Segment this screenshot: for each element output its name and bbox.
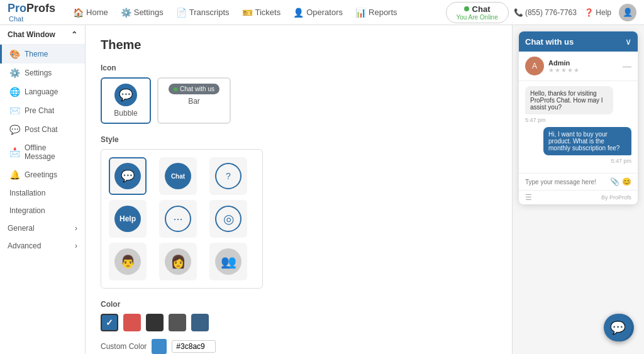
nav-right: 📞 (855) 776-7763 ❓ Help 👤 bbox=[514, 4, 636, 21]
icon-option-bubble[interactable]: 💬 Bubble bbox=[101, 77, 151, 124]
sidebar-item-installation[interactable]: Installation bbox=[0, 184, 85, 202]
chat-close-icon[interactable]: — bbox=[623, 61, 631, 71]
attachment-icon[interactable]: 📎 bbox=[610, 177, 619, 186]
color-swatch-blue[interactable]: ✓ bbox=[101, 314, 118, 331]
custom-color-label: Custom Color bbox=[101, 342, 147, 351]
style-target: ◎ bbox=[215, 206, 242, 232]
custom-color-row: Custom Color bbox=[101, 339, 497, 354]
custom-color-input[interactable] bbox=[172, 340, 216, 353]
chat-minimize-icon[interactable]: ∨ bbox=[625, 36, 631, 47]
menu-icon[interactable]: ☰ bbox=[525, 193, 532, 202]
chat-messages: Hello, thanks for visiting ProProfs Chat… bbox=[519, 81, 638, 173]
chevron-icon: ⌃ bbox=[71, 30, 77, 39]
color-section-label: Color bbox=[101, 300, 497, 309]
sidebar-item-settings[interactable]: ⚙️ Settings bbox=[0, 64, 85, 82]
language-icon: 🌐 bbox=[9, 87, 20, 97]
sidebar-item-greetings[interactable]: 🔔 Greetings bbox=[0, 165, 85, 184]
style-option-2[interactable]: Chat bbox=[159, 157, 197, 195]
nav-home[interactable]: 🏠 Home bbox=[68, 5, 113, 20]
color-swatch-gray[interactable] bbox=[169, 314, 186, 331]
chat-preview-panel: Chat with us ∨ A Admin ★★★★★ — Hello, th… bbox=[512, 25, 644, 354]
style-section-label: Style bbox=[101, 135, 497, 144]
style-option-1[interactable]: 💬 bbox=[109, 157, 147, 195]
icon-option-bar[interactable]: Chat with us Bar bbox=[157, 77, 231, 124]
style-option-4[interactable]: Help bbox=[109, 200, 147, 238]
style-question: ? bbox=[215, 163, 242, 189]
style-option-7[interactable]: 👨 bbox=[109, 243, 147, 280]
style-option-8[interactable]: 👩 bbox=[159, 243, 197, 280]
style-chat-text: Chat bbox=[165, 163, 191, 189]
emoji-icon[interactable]: 😊 bbox=[622, 177, 631, 186]
chat-status-sub: You Are Online bbox=[456, 14, 497, 21]
main-content: Theme Icon 💬 Bubble Chat with us Bar Sty… bbox=[86, 25, 512, 354]
sidebar-item-general[interactable]: General › bbox=[0, 219, 85, 237]
outgoing-message-1: Hi, I want to buy your product. What is … bbox=[543, 127, 631, 155]
sidebar-item-advanced[interactable]: Advanced › bbox=[0, 237, 85, 255]
style-circle-chat: 💬 bbox=[114, 163, 141, 189]
chat-message-input[interactable] bbox=[525, 179, 610, 185]
top-navigation: Pro Profs Chat 🏠 Home ⚙️ Settings 📄 Tran… bbox=[0, 0, 644, 25]
advanced-arrow-icon: › bbox=[75, 241, 77, 250]
style-option-5[interactable]: ··· bbox=[159, 200, 197, 238]
bar-icon: Chat with us bbox=[169, 84, 219, 94]
incoming-message-1: Hello, thanks for visiting ProProfs Chat… bbox=[525, 86, 613, 114]
admin-name: Admin bbox=[548, 59, 618, 67]
nav-tickets[interactable]: 🎫 Tickets bbox=[237, 5, 286, 20]
offline-message-icon: 📩 bbox=[9, 147, 20, 157]
sidebar: Chat Window ⌃ 🎨 Theme ⚙️ Settings 🌐 Lang… bbox=[0, 25, 86, 354]
style-avatar-man: 👨 bbox=[114, 248, 141, 275]
color-swatch-dark[interactable] bbox=[146, 314, 164, 331]
footer-brand: By ProProfs bbox=[601, 194, 631, 201]
settings-icon: ⚙️ bbox=[121, 8, 131, 18]
admin-info: Admin ★★★★★ bbox=[548, 59, 618, 74]
bubble-icon: 💬 bbox=[114, 84, 137, 106]
style-dots: ··· bbox=[165, 206, 191, 232]
nav-reports[interactable]: 📊 Reports bbox=[350, 5, 402, 20]
custom-color-swatch[interactable] bbox=[152, 339, 167, 354]
chat-status-button[interactable]: Chat You Are Online bbox=[446, 2, 509, 23]
icon-section-label: Icon bbox=[101, 64, 497, 72]
post-chat-icon: 💬 bbox=[9, 124, 20, 135]
sidebar-item-post-chat[interactable]: 💬 Post Chat bbox=[0, 120, 85, 139]
nav-settings[interactable]: ⚙️ Settings bbox=[116, 5, 169, 20]
logo-pro: Pro bbox=[8, 2, 26, 15]
logo: Pro Profs Chat bbox=[8, 2, 55, 23]
help-button[interactable]: ❓ Help bbox=[584, 8, 611, 17]
admin-stars: ★★★★★ bbox=[548, 67, 618, 74]
bar-dot bbox=[174, 87, 177, 91]
sidebar-section-title[interactable]: Chat Window ⌃ bbox=[0, 25, 85, 45]
sidebar-item-offline-message[interactable]: 📩 Offline Message bbox=[0, 139, 85, 165]
greetings-icon: 🔔 bbox=[9, 170, 20, 180]
chat-admin-row: A Admin ★★★★★ — bbox=[519, 52, 638, 81]
message-time-1: 5:47 pm bbox=[525, 117, 631, 123]
reports-icon: 📊 bbox=[355, 8, 366, 18]
chat-input-row: 📎 😊 bbox=[519, 173, 638, 190]
operators-icon: 👤 bbox=[293, 8, 304, 18]
sidebar-item-integration[interactable]: Integration bbox=[0, 202, 85, 219]
style-option-6[interactable]: ◎ bbox=[209, 200, 247, 238]
settings-sidebar-icon: ⚙️ bbox=[9, 68, 20, 78]
sidebar-item-pre-chat[interactable]: ✉️ Pre Chat bbox=[0, 101, 85, 120]
chat-window-header: Chat with us ∨ bbox=[519, 31, 638, 52]
nav-links: 🏠 Home ⚙️ Settings 📄 Transcripts 🎫 Ticke… bbox=[68, 5, 441, 20]
style-option-3[interactable]: ? bbox=[209, 157, 247, 195]
color-swatch-red[interactable] bbox=[123, 314, 141, 331]
chat-header-text: Chat with us bbox=[525, 37, 574, 47]
phone-number: 📞 (855) 776-7763 bbox=[514, 8, 577, 17]
sidebar-item-language[interactable]: 🌐 Language bbox=[0, 82, 85, 101]
color-swatches: ✓ bbox=[101, 314, 497, 331]
sidebar-item-theme[interactable]: 🎨 Theme bbox=[0, 45, 85, 64]
logo-chat-label: Chat bbox=[9, 15, 23, 23]
floating-chat-button[interactable]: 💬 bbox=[604, 314, 631, 341]
page-title: Theme bbox=[101, 38, 497, 52]
style-avatar-woman: 👩 bbox=[165, 248, 191, 275]
icon-selector: 💬 Bubble Chat with us Bar bbox=[101, 77, 497, 124]
chat-window-preview: Chat with us ∨ A Admin ★★★★★ — Hello, th… bbox=[519, 31, 638, 204]
user-avatar[interactable]: 👤 bbox=[619, 4, 636, 21]
nav-operators[interactable]: 👤 Operators bbox=[288, 5, 348, 20]
transcripts-icon: 📄 bbox=[176, 8, 187, 18]
nav-transcripts[interactable]: 📄 Transcripts bbox=[171, 5, 235, 20]
logo-profs: Profs bbox=[26, 2, 55, 15]
style-option-9[interactable]: 👥 bbox=[209, 243, 247, 280]
color-swatch-steel[interactable] bbox=[191, 314, 209, 331]
